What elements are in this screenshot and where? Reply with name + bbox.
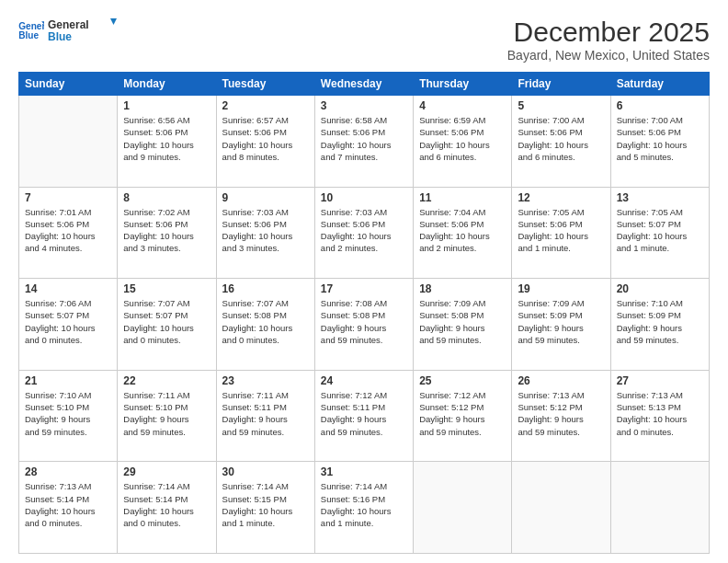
day-info: Sunrise: 6:58 AM Sunset: 5:06 PM Dayligh… [321, 114, 407, 163]
calendar-cell: 10Sunrise: 7:03 AM Sunset: 5:06 PM Dayli… [314, 187, 413, 279]
calendar-cell: 13Sunrise: 7:05 AM Sunset: 5:07 PM Dayli… [610, 187, 709, 279]
day-number: 15 [123, 282, 210, 295]
svg-text:Blue: Blue [18, 30, 39, 40]
calendar-cell: 30Sunrise: 7:14 AM Sunset: 5:15 PM Dayli… [216, 462, 314, 554]
svg-text:Blue: Blue [48, 30, 72, 43]
day-number: 14 [25, 282, 111, 295]
day-number: 1 [123, 99, 210, 112]
day-number: 29 [123, 465, 210, 478]
day-number: 12 [518, 191, 604, 204]
calendar-cell: 27Sunrise: 7:13 AM Sunset: 5:13 PM Dayli… [610, 370, 709, 462]
day-info: Sunrise: 7:05 AM Sunset: 5:06 PM Dayligh… [518, 206, 604, 255]
logo-icon: General Blue [18, 20, 44, 40]
day-number: 2 [222, 99, 309, 112]
svg-marker-4 [110, 18, 117, 25]
day-info: Sunrise: 6:57 AM Sunset: 5:06 PM Dayligh… [222, 114, 309, 163]
calendar-cell: 2Sunrise: 6:57 AM Sunset: 5:06 PM Daylig… [216, 96, 314, 188]
day-number: 10 [321, 191, 407, 204]
calendar-week-row: 28Sunrise: 7:13 AM Sunset: 5:14 PM Dayli… [19, 462, 710, 554]
day-number: 22 [123, 374, 210, 387]
calendar-cell: 5Sunrise: 7:00 AM Sunset: 5:06 PM Daylig… [512, 96, 610, 188]
calendar-week-row: 7Sunrise: 7:01 AM Sunset: 5:06 PM Daylig… [19, 187, 710, 279]
day-number: 18 [419, 282, 506, 295]
day-info: Sunrise: 7:10 AM Sunset: 5:09 PM Dayligh… [617, 297, 703, 346]
logo-svg: General Blue [48, 17, 117, 44]
day-number: 24 [321, 374, 407, 387]
day-info: Sunrise: 6:56 AM Sunset: 5:06 PM Dayligh… [123, 114, 210, 163]
calendar-cell: 11Sunrise: 7:04 AM Sunset: 5:06 PM Dayli… [414, 187, 512, 279]
calendar-cell: 16Sunrise: 7:07 AM Sunset: 5:08 PM Dayli… [216, 279, 314, 371]
weekday-header-sunday: Sunday [19, 73, 118, 96]
day-number: 28 [25, 465, 111, 478]
day-info: Sunrise: 7:08 AM Sunset: 5:08 PM Dayligh… [321, 297, 407, 346]
weekday-header-wednesday: Wednesday [314, 73, 413, 96]
subtitle: Bayard, New Mexico, United States [507, 48, 710, 63]
day-number: 3 [321, 99, 407, 112]
calendar-cell [610, 462, 709, 554]
calendar-cell: 29Sunrise: 7:14 AM Sunset: 5:14 PM Dayli… [118, 462, 216, 554]
calendar-cell: 6Sunrise: 7:00 AM Sunset: 5:06 PM Daylig… [610, 96, 709, 188]
day-number: 5 [518, 99, 604, 112]
title-block: December 2025 Bayard, New Mexico, United… [507, 17, 710, 63]
calendar-cell: 15Sunrise: 7:07 AM Sunset: 5:07 PM Dayli… [118, 279, 216, 371]
day-number: 8 [123, 191, 210, 204]
calendar-cell: 1Sunrise: 6:56 AM Sunset: 5:06 PM Daylig… [118, 96, 216, 188]
calendar-cell: 17Sunrise: 7:08 AM Sunset: 5:08 PM Dayli… [314, 279, 413, 371]
calendar-cell: 26Sunrise: 7:13 AM Sunset: 5:12 PM Dayli… [512, 370, 610, 462]
page: General Blue General Blue December 2025 … [0, 0, 728, 563]
day-info: Sunrise: 7:13 AM Sunset: 5:13 PM Dayligh… [617, 389, 703, 438]
calendar-header-row: SundayMondayTuesdayWednesdayThursdayFrid… [19, 73, 710, 96]
day-info: Sunrise: 7:03 AM Sunset: 5:06 PM Dayligh… [222, 206, 309, 255]
day-number: 23 [222, 374, 309, 387]
day-number: 25 [419, 374, 506, 387]
day-info: Sunrise: 7:04 AM Sunset: 5:06 PM Dayligh… [419, 206, 506, 255]
day-number: 19 [518, 282, 604, 295]
day-info: Sunrise: 7:07 AM Sunset: 5:08 PM Dayligh… [222, 297, 309, 346]
calendar-cell: 23Sunrise: 7:11 AM Sunset: 5:11 PM Dayli… [216, 370, 314, 462]
calendar-week-row: 21Sunrise: 7:10 AM Sunset: 5:10 PM Dayli… [19, 370, 710, 462]
day-number: 31 [321, 465, 407, 478]
day-info: Sunrise: 7:13 AM Sunset: 5:12 PM Dayligh… [518, 389, 604, 438]
day-number: 7 [25, 191, 111, 204]
weekday-header-monday: Monday [118, 73, 216, 96]
calendar-cell: 20Sunrise: 7:10 AM Sunset: 5:09 PM Dayli… [610, 279, 709, 371]
day-number: 21 [25, 374, 111, 387]
calendar-cell: 8Sunrise: 7:02 AM Sunset: 5:06 PM Daylig… [118, 187, 216, 279]
day-info: Sunrise: 7:11 AM Sunset: 5:10 PM Dayligh… [123, 389, 210, 438]
calendar-cell [512, 462, 610, 554]
calendar-cell: 3Sunrise: 6:58 AM Sunset: 5:06 PM Daylig… [314, 96, 413, 188]
calendar-cell: 21Sunrise: 7:10 AM Sunset: 5:10 PM Dayli… [19, 370, 118, 462]
calendar-week-row: 1Sunrise: 6:56 AM Sunset: 5:06 PM Daylig… [19, 96, 710, 188]
calendar-cell: 12Sunrise: 7:05 AM Sunset: 5:06 PM Dayli… [512, 187, 610, 279]
calendar-cell: 19Sunrise: 7:09 AM Sunset: 5:09 PM Dayli… [512, 279, 610, 371]
day-info: Sunrise: 7:12 AM Sunset: 5:12 PM Dayligh… [419, 389, 506, 438]
weekday-header-thursday: Thursday [414, 73, 512, 96]
day-number: 27 [617, 374, 703, 387]
calendar-cell: 9Sunrise: 7:03 AM Sunset: 5:06 PM Daylig… [216, 187, 314, 279]
day-number: 30 [222, 465, 309, 478]
day-info: Sunrise: 7:00 AM Sunset: 5:06 PM Dayligh… [518, 114, 604, 163]
calendar-cell: 7Sunrise: 7:01 AM Sunset: 5:06 PM Daylig… [19, 187, 118, 279]
day-info: Sunrise: 7:09 AM Sunset: 5:08 PM Dayligh… [419, 297, 506, 346]
day-number: 4 [419, 99, 506, 112]
day-number: 26 [518, 374, 604, 387]
calendar-cell: 24Sunrise: 7:12 AM Sunset: 5:11 PM Dayli… [314, 370, 413, 462]
calendar-cell: 22Sunrise: 7:11 AM Sunset: 5:10 PM Dayli… [118, 370, 216, 462]
header: General Blue General Blue December 2025 … [18, 17, 710, 63]
day-info: Sunrise: 7:14 AM Sunset: 5:14 PM Dayligh… [123, 480, 210, 529]
weekday-header-tuesday: Tuesday [216, 73, 314, 96]
day-info: Sunrise: 7:11 AM Sunset: 5:11 PM Dayligh… [222, 389, 309, 438]
calendar-cell: 14Sunrise: 7:06 AM Sunset: 5:07 PM Dayli… [19, 279, 118, 371]
calendar-week-row: 14Sunrise: 7:06 AM Sunset: 5:07 PM Dayli… [19, 279, 710, 371]
calendar-cell [414, 462, 512, 554]
day-info: Sunrise: 7:07 AM Sunset: 5:07 PM Dayligh… [123, 297, 210, 346]
day-number: 13 [617, 191, 703, 204]
day-info: Sunrise: 7:12 AM Sunset: 5:11 PM Dayligh… [321, 389, 407, 438]
day-number: 11 [419, 191, 506, 204]
weekday-header-saturday: Saturday [610, 73, 709, 96]
day-number: 6 [617, 99, 703, 112]
day-info: Sunrise: 7:02 AM Sunset: 5:06 PM Dayligh… [123, 206, 210, 255]
day-info: Sunrise: 7:10 AM Sunset: 5:10 PM Dayligh… [25, 389, 111, 438]
calendar-cell [19, 96, 118, 188]
day-number: 20 [617, 282, 703, 295]
